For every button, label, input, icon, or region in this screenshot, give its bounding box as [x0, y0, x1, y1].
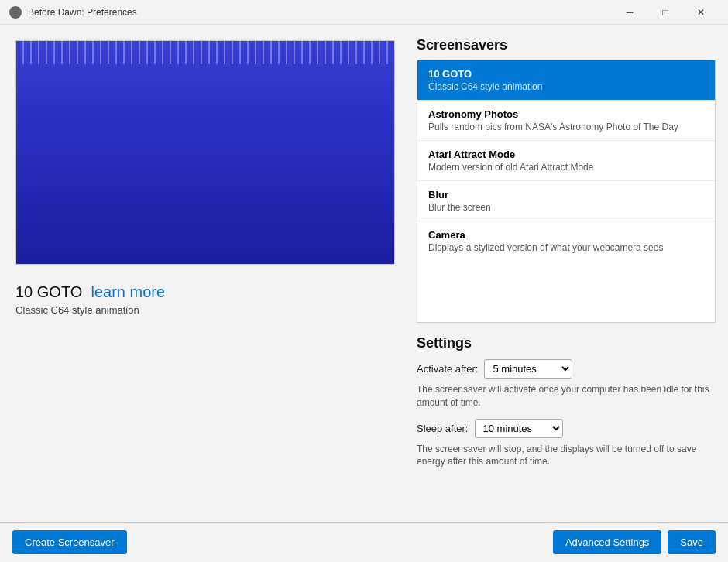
app-icon [9, 6, 22, 19]
selected-screensaver-name: 10 GOTO learn more [15, 283, 395, 301]
sleep-help: The screensaver will stop, and the displ… [417, 443, 716, 469]
settings-section: Settings Activate after: 1 minute2 minut… [417, 335, 716, 478]
item-desc: Modern version of old Atari Attract Mode [428, 162, 704, 173]
item-name: Camera [428, 229, 704, 241]
item-name: Atari Attract Mode [428, 149, 704, 160]
right-panel: Screensavers 10 GOTOClassic C64 style an… [410, 25, 728, 522]
item-desc: Displays a stylized version of what your… [428, 242, 704, 253]
list-item[interactable]: Atari Attract ModeModern version of old … [417, 141, 715, 181]
screensavers-title: Screensavers [417, 37, 716, 53]
settings-title: Settings [417, 335, 716, 351]
item-desc: Blur the screen [428, 202, 704, 213]
item-desc: Classic C64 style animation [428, 81, 704, 92]
bottom-bar: Create Screensaver Advanced Settings Sav… [0, 522, 728, 562]
titlebar: Before Dawn: Preferences ─ □ ✕ [0, 0, 728, 25]
window-title: Before Dawn: Preferences [28, 7, 612, 18]
list-item[interactable]: BlurBlur the screen [417, 181, 715, 221]
window-controls: ─ □ ✕ [612, 0, 719, 25]
item-name: Astronomy Photos [428, 108, 704, 120]
item-name: Blur [428, 189, 704, 200]
item-name: 10 GOTO [428, 68, 704, 80]
activate-label: Activate after: [417, 363, 478, 375]
preview-animation [16, 41, 394, 64]
screensaver-list[interactable]: 10 GOTOClassic C64 style animationAstron… [417, 60, 716, 323]
left-panel: 10 GOTO learn more Classic C64 style ani… [0, 25, 410, 522]
sleep-select[interactable]: 5 minutes10 minutes15 minutes30 minutesN… [475, 419, 563, 438]
list-item[interactable]: CameraDisplays a stylized version of wha… [417, 221, 715, 261]
screensaver-preview [15, 40, 395, 265]
sleep-label: Sleep after: [417, 423, 469, 434]
save-button[interactable]: Save [668, 530, 716, 554]
item-desc: Pulls random pics from NASA's Astronomy … [428, 122, 704, 132]
activate-row: Activate after: 1 minute2 minutes5 minut… [417, 359, 716, 379]
sleep-row: Sleep after: 5 minutes10 minutes15 minut… [417, 419, 716, 438]
list-item[interactable]: 10 GOTOClassic C64 style animation [417, 60, 715, 101]
minimize-button[interactable]: ─ [612, 0, 647, 25]
activate-select[interactable]: 1 minute2 minutes5 minutes10 minutes15 m… [484, 359, 572, 379]
selected-screensaver-desc: Classic C64 style animation [15, 304, 395, 316]
close-button[interactable]: ✕ [683, 0, 719, 25]
advanced-settings-button[interactable]: Advanced Settings [553, 530, 661, 554]
learn-more-link[interactable]: learn more [91, 283, 165, 300]
activate-help: The screensaver will activate once your … [417, 383, 716, 410]
maximize-button[interactable]: □ [647, 0, 683, 25]
screensaver-info: 10 GOTO learn more Classic C64 style ani… [15, 283, 395, 316]
list-item[interactable]: Astronomy PhotosPulls random pics from N… [417, 101, 715, 141]
create-screensaver-button[interactable]: Create Screensaver [12, 530, 127, 554]
main-content: 10 GOTO learn more Classic C64 style ani… [0, 25, 728, 522]
